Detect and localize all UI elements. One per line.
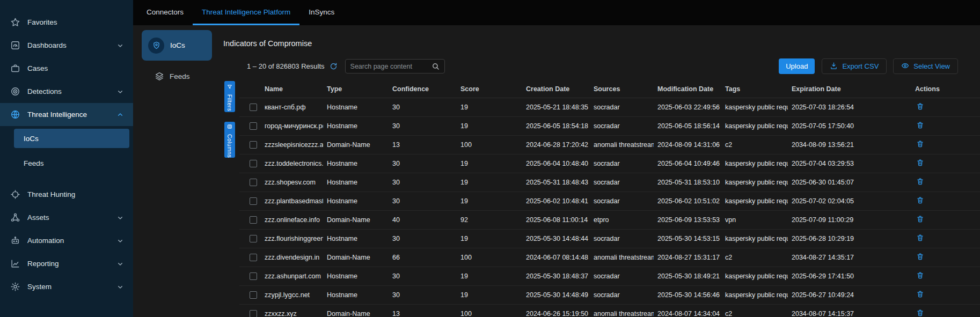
sidebar-item-detections[interactable]: Detections (0, 80, 133, 103)
checkbox-cell (239, 173, 261, 192)
cell-name: zzz.onlineface.info (261, 211, 323, 230)
delete-icon[interactable] (916, 121, 924, 129)
delete-icon[interactable] (916, 271, 924, 279)
ioc-shield-icon (148, 38, 164, 54)
sidebar-item-dashboards[interactable]: Dashboards (0, 34, 133, 57)
delete-icon[interactable] (916, 102, 924, 110)
sidebar-item-favorites[interactable]: Favorites (0, 11, 133, 34)
row-checkbox[interactable] (250, 254, 257, 261)
cell-creation-date: 2025-05-30 18:48:37 (522, 267, 590, 286)
cell-name: zzz.divendesign.in (261, 248, 323, 267)
delete-icon[interactable] (916, 290, 924, 298)
delete-icon[interactable] (916, 215, 924, 223)
row-checkbox[interactable] (250, 216, 257, 224)
cell-score: 100 (457, 136, 522, 154)
row-checkbox[interactable] (250, 272, 257, 280)
cell-tags: kaspersky public requ (721, 173, 788, 192)
select-view-button[interactable]: Select View (893, 58, 958, 74)
sidebar-item-threat-hunting[interactable]: Threat Hunting (0, 183, 133, 206)
delete-icon[interactable] (916, 196, 924, 204)
cell-expiration-date: 2034-08-07 14:15:37 (788, 305, 907, 317)
cell-type: Hostname (323, 154, 389, 173)
actions-cell (907, 305, 980, 317)
sidebar-item-automation[interactable]: Automation (0, 229, 133, 252)
cell-sources: anomali threatstream (590, 248, 654, 267)
search-input[interactable] (350, 63, 428, 70)
export-csv-button[interactable]: Export CSV (822, 58, 887, 74)
subnav-item-label: IoCs (170, 41, 185, 49)
sidebar-item-label: Threat Intelligence (27, 110, 87, 119)
table-body: квант-спб.рфHostname30192025-05-21 18:48… (239, 98, 980, 317)
cell-creation-date: 2024-06-26 15:19:50 (522, 305, 590, 317)
sidebar-item-feeds[interactable]: Feeds (0, 151, 133, 175)
row-checkbox[interactable] (250, 310, 257, 317)
row-checkbox[interactable] (250, 179, 257, 186)
sidebar-item-system[interactable]: System (0, 275, 133, 298)
row-checkbox[interactable] (250, 122, 257, 130)
table-row: zzz.ashunpart.comHostname30192025-05-30 … (239, 267, 980, 286)
cell-type: Hostname (323, 192, 389, 211)
chevron-down-icon (116, 41, 125, 50)
delete-icon[interactable] (916, 253, 924, 261)
sidebar-nav: FavoritesDashboardsCasesDetectionsThreat… (0, 11, 133, 298)
cell-tags: kaspersky public requ (721, 286, 788, 305)
checkbox-cell (239, 267, 261, 286)
cell-score: 19 (457, 286, 522, 305)
filters-tab[interactable]: Filters (224, 81, 235, 112)
delete-icon[interactable] (916, 159, 924, 167)
cell-sources: etpro (590, 211, 654, 230)
delete-icon[interactable] (916, 140, 924, 148)
sidebar-item-label: IoCs (24, 135, 39, 143)
sidebar: FavoritesDashboardsCasesDetectionsThreat… (0, 0, 133, 317)
main-area: ConnectorsThreat Intelligence PlatformIn… (133, 0, 980, 317)
delete-icon[interactable] (916, 309, 924, 317)
subnav-item-iocs[interactable]: IoCs (142, 30, 212, 61)
row-checkbox[interactable] (250, 197, 257, 205)
actions-cell (907, 230, 980, 248)
delete-icon[interactable] (916, 178, 924, 186)
row-checkbox[interactable] (250, 104, 257, 111)
sidebar-item-threat-intelligence[interactable]: Threat Intelligence (0, 103, 133, 126)
subnav-item-feeds[interactable]: Feeds (155, 71, 219, 81)
threat-intel-icon (10, 109, 20, 120)
row-checkbox[interactable] (250, 235, 257, 242)
row-checkbox[interactable] (250, 291, 257, 299)
cell-name: zzz.shopesv.com (261, 173, 323, 192)
cell-expiration-date: 2025-06-30 01:45:07 (788, 173, 907, 192)
sidebar-item-label: Threat Hunting (27, 190, 75, 198)
cell-type: Hostname (323, 230, 389, 248)
sidebar-item-label: Feeds (24, 159, 44, 167)
actions-cell (907, 267, 980, 286)
cell-tags: kaspersky public requ (721, 98, 788, 117)
row-checkbox[interactable] (250, 141, 257, 149)
cell-name: zzz.flourishinggreens (261, 230, 323, 248)
table-row: zzz.divendesign.inDomain-Name661002024-0… (239, 248, 980, 267)
checkbox-cell (239, 192, 261, 211)
sidebar-item-reporting[interactable]: Reporting (0, 252, 133, 275)
eye-icon (901, 62, 909, 71)
table-header-row: NameTypeConfidenceScoreCreation DateSour… (239, 80, 980, 98)
refresh-icon[interactable] (330, 62, 338, 70)
upload-button[interactable]: Upload (779, 58, 815, 74)
ioc-table-wrap: NameTypeConfidenceScoreCreation DateSour… (239, 80, 980, 317)
search-icon[interactable] (432, 62, 440, 70)
tab-connectors[interactable]: Connectors (137, 0, 193, 25)
toolbar: 1 – 20 of 826803 Results Upload (219, 58, 980, 74)
cell-sources: socradar (590, 230, 654, 248)
cell-name: квант-спб.рф (261, 98, 323, 117)
actions-cell (907, 117, 980, 136)
table-zone: Filters Columns (219, 80, 980, 317)
tab-insyncs[interactable]: InSyncs (299, 0, 343, 25)
column-header-tags: Tags (721, 80, 788, 98)
actions-cell (907, 98, 980, 117)
columns-tab[interactable]: Columns (224, 122, 235, 158)
delete-icon[interactable] (916, 234, 924, 242)
sidebar-item-iocs[interactable]: IoCs (14, 129, 129, 148)
sidebar-item-cases[interactable]: Cases (0, 57, 133, 80)
tab-threat-intelligence-platform[interactable]: Threat Intelligence Platform (193, 0, 299, 25)
table-row: zzzsleepisnicezzz.arDomain-Name131002024… (239, 136, 980, 154)
dashboard-icon (10, 40, 20, 51)
sidebar-item-assets[interactable]: Assets (0, 206, 133, 229)
chevron-down-icon (116, 237, 125, 245)
row-checkbox[interactable] (250, 160, 257, 167)
